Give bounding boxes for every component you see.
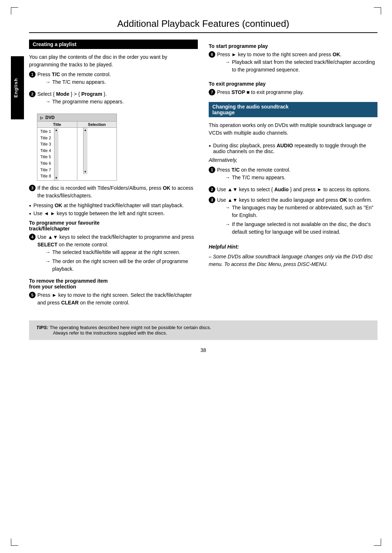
select-bold: SELECT bbox=[37, 242, 57, 247]
step-4: 4 Use ▲▼ keys to select the track/file/c… bbox=[29, 233, 198, 274]
right-column: To start programme play 6 Press ► key to… bbox=[209, 40, 377, 270]
step-number-4: 4 bbox=[29, 234, 36, 240]
tc-bold-alt: T/C bbox=[232, 167, 240, 173]
dot-bullet-1: Pressing OK at the highlighted track/fil… bbox=[29, 202, 198, 208]
alt-step-3: 3 Use ▲▼ keys to select the audio langua… bbox=[209, 196, 377, 237]
step-4-arrow-2: The order on the right screen will be th… bbox=[45, 258, 198, 273]
audio-language-header-line2: language bbox=[212, 110, 234, 115]
step-7: 7 Press STOP ■ to exit programme play. bbox=[209, 89, 377, 96]
dvd-title-col-body: Title 1Title 2Title 3Title 4Title 5Title… bbox=[37, 128, 54, 180]
step-3-content: If the disc is recorded with Titles/Fold… bbox=[37, 184, 198, 200]
dvd-title-col-header: Title bbox=[37, 122, 77, 128]
corner-mark-tr bbox=[374, 7, 381, 15]
helpful-hint-section: Helpful Hint: – Some DVDs allow soundtra… bbox=[209, 243, 377, 268]
dvd-selection-col-body bbox=[77, 128, 83, 174]
audio-bold: AUDIO bbox=[277, 143, 293, 148]
dvd-table: ▷ DVD Title Title 1Title 2Title 3Title 4… bbox=[37, 114, 117, 181]
sub-heading-2-line1: To remove the programmed item bbox=[29, 278, 108, 284]
step-6-arrow-1: Playback will start from the selected tr… bbox=[225, 58, 377, 74]
step-number-7: 7 bbox=[209, 89, 215, 95]
program-bold: Program bbox=[81, 91, 102, 97]
sub-heading-2: To remove the programmed item from your … bbox=[29, 278, 198, 290]
step-5: 5 Press ► key to move to the right scree… bbox=[29, 291, 198, 307]
corner-mark-tl bbox=[11, 7, 18, 15]
dvd-table-header: ▷ DVD bbox=[37, 114, 117, 121]
dot-bullet-2: Use ◄ ► keys to toggle between the left … bbox=[29, 210, 198, 216]
tips-text-2: Always refer to the instructions supplie… bbox=[53, 330, 167, 336]
sub-heading-1-line2: track/file/chapter bbox=[29, 226, 70, 232]
dvd-selection-col: Selection ▲ ▼ bbox=[77, 122, 117, 180]
step-number-2: 2 bbox=[29, 91, 36, 97]
step-3: 3 If the disc is recorded with Titles/Fo… bbox=[29, 184, 198, 200]
left-column: Creating a playlist You can play the con… bbox=[29, 40, 198, 310]
step-2-arrow: The programme menu appears. bbox=[45, 98, 198, 106]
alt-step-number-2: 2 bbox=[209, 186, 215, 193]
alt-step-1-content: Press T/C on the remote control. The T/C… bbox=[217, 166, 377, 183]
step-6: 6 Press ► key to move to the right scree… bbox=[209, 51, 377, 75]
sidebar-language-label: English bbox=[11, 56, 24, 119]
sub-heading-1: To programme your favourite track/file/c… bbox=[29, 220, 198, 232]
dvd-scroll-bar: ▲ ▼ bbox=[54, 128, 58, 180]
audio-dot-bullet: During disc playback, press AUDIO repeat… bbox=[209, 143, 377, 154]
step-2: 2 Select { Mode } > { Program }. The pro… bbox=[29, 90, 198, 107]
corner-mark-bl bbox=[11, 538, 18, 546]
ok-bold-6: OK bbox=[332, 52, 340, 57]
tips-label: TIPS: bbox=[36, 325, 48, 330]
sub-heading-1-line1: To programme your favourite bbox=[29, 220, 99, 226]
dvd-selection-col-body-wrap: ▲ ▼ bbox=[77, 128, 117, 174]
step-number-6: 6 bbox=[209, 51, 215, 58]
ok-bold-bullet: OK bbox=[54, 202, 62, 208]
exit-play-heading: To exit programme play bbox=[209, 81, 377, 87]
step-1-content: Press T/C on the remote control. The T/C… bbox=[37, 71, 198, 87]
tips-box: TIPS: The operating features described h… bbox=[29, 320, 377, 340]
audio-language-header: Changing the audio soundtrack language bbox=[209, 102, 377, 117]
page-container: English Additional Playback Features (co… bbox=[0, 0, 392, 553]
tips-text-1: The operating features described here mi… bbox=[50, 325, 211, 330]
intro-text: You can play the contents of the disc in… bbox=[29, 53, 198, 69]
ok-bold-3: OK bbox=[163, 185, 170, 191]
clear-bold: CLEAR bbox=[61, 300, 78, 306]
dot-bullet-1-text: Pressing OK at the highlighted track/fil… bbox=[33, 202, 184, 208]
alt-step-1: 1 Press T/C on the remote control. The T… bbox=[209, 166, 377, 183]
step-number-5: 5 bbox=[29, 292, 36, 298]
step-7-content: Press STOP ■ to exit programme play. bbox=[217, 89, 377, 96]
start-play-heading: To start programme play bbox=[209, 43, 377, 49]
creating-playlist-header: Creating a playlist bbox=[29, 40, 198, 49]
dvd-title-col: Title Title 1Title 2Title 3Title 4Title … bbox=[37, 122, 77, 180]
alt-step-2-content: Use ▲▼ keys to select { Audio } and pres… bbox=[217, 186, 377, 193]
stop-bold: STOP ■ bbox=[232, 89, 250, 95]
audio-intro: This operation works only on DVDs with m… bbox=[209, 122, 377, 137]
dvd-selection-scroll-bar: ▲ ▼ bbox=[83, 128, 87, 174]
alt-step-number-1: 1 bbox=[209, 167, 215, 173]
dvd-title-col-body-wrap: Title 1Title 2Title 3Title 4Title 5Title… bbox=[37, 128, 77, 180]
page-number: 38 bbox=[29, 347, 377, 364]
tc-bold: T/C bbox=[52, 71, 60, 77]
step-4-content: Use ▲▼ keys to select the track/file/cha… bbox=[37, 233, 198, 274]
mode-bold: Mode bbox=[56, 91, 69, 97]
main-content: Additional Playback Features (continued)… bbox=[29, 15, 377, 364]
step-1-arrow: The T/C menu appears. bbox=[45, 78, 198, 86]
dvd-selection-col-header: Selection bbox=[77, 122, 117, 128]
sub-heading-2-line2: from your selection bbox=[29, 284, 76, 290]
alt-step-number-3: 3 bbox=[209, 197, 215, 203]
alternatively-text: Alternatively, bbox=[209, 156, 377, 164]
two-column-layout: Creating a playlist You can play the con… bbox=[29, 40, 377, 310]
step-1: 1 Press T/C on the remote control. The T… bbox=[29, 71, 198, 87]
alt-step-3-arrow-2: If the language selected is not availabl… bbox=[225, 221, 377, 236]
helpful-hint-text: – Some DVDs allow soundtrack language ch… bbox=[209, 253, 377, 268]
step-5-content: Press ► key to move to the right screen.… bbox=[37, 291, 198, 307]
alt-step-3-arrow-1: The languages may be numbered or abbrevi… bbox=[225, 204, 377, 219]
page-title: Additional Playback Features (continued) bbox=[29, 18, 377, 33]
dvd-table-cols: Title Title 1Title 2Title 3Title 4Title … bbox=[37, 121, 117, 180]
helpful-hint-label: Helpful Hint: bbox=[209, 243, 377, 251]
alt-step-3-content: Use ▲▼ keys to select the audio language… bbox=[217, 196, 377, 237]
step-number-1: 1 bbox=[29, 71, 36, 78]
corner-mark-br bbox=[374, 538, 381, 546]
step-2-content: Select { Mode } > { Program }. The progr… bbox=[37, 90, 198, 107]
step-4-arrow-1: The selected track/file/title will appea… bbox=[45, 249, 198, 256]
alt-step-2: 2 Use ▲▼ keys to select { Audio } and pr… bbox=[209, 186, 377, 193]
step-6-content: Press ► key to move to the right screen … bbox=[217, 51, 377, 75]
audio-bold-2: Audio bbox=[274, 187, 289, 192]
audio-dot-bullet-text: During disc playback, press AUDIO repeat… bbox=[213, 143, 377, 154]
audio-language-header-line1: Changing the audio soundtrack bbox=[212, 104, 289, 110]
